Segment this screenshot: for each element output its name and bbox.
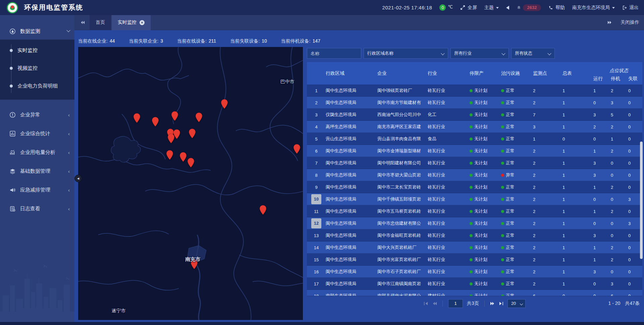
production-status-dot: [470, 89, 473, 92]
scrollbar-thumb[interactable]: [640, 142, 643, 259]
cell-lost-count: 0: [628, 269, 642, 274]
region-filter-select[interactable]: 行政区域名称: [364, 48, 448, 59]
cell-industry: 化工: [428, 112, 470, 118]
map-pin-icon[interactable]: [133, 113, 141, 124]
map-pin-icon[interactable]: [293, 144, 301, 155]
user-org-dropdown[interactable]: 南充市生态环境局: [572, 5, 615, 11]
cell-facility-status: 正常: [501, 245, 533, 251]
fullscreen-button[interactable]: 全屏: [460, 5, 477, 11]
tab-close-icon[interactable]: ×: [140, 20, 145, 25]
tabs-scroll-left-button[interactable]: [80, 20, 85, 24]
cell-industry: 砖瓦行业: [428, 148, 470, 154]
status-filter-select[interactable]: 所有状态: [511, 48, 555, 59]
table-row[interactable]: 6 阆中生态环境局 阆中市金博瑞新型墙材 砖瓦行业 无计划: [307, 145, 642, 157]
cell-industry: 砖瓦行业: [428, 245, 470, 251]
table-row[interactable]: 13 阆中生态环境局 阆中市金福旺页岩机砖 砖瓦行业 无计划: [307, 229, 642, 241]
last-page-button[interactable]: [499, 302, 503, 306]
cell-region: 阆中生态环境局: [326, 208, 377, 214]
map-collapse-toggle-button[interactable]: ◂: [74, 175, 82, 182]
production-status-label: 无计划: [474, 124, 487, 130]
table-row[interactable]: 8 阆中生态环境局 阆中市枣碧大梁山页岩 砖瓦行业 无计划: [307, 169, 642, 181]
tab-home[interactable]: 首页: [90, 15, 111, 30]
col-company: 企业: [377, 62, 428, 85]
production-status-label: 无计划: [474, 88, 487, 94]
map-panel[interactable]: 巴中市南充市遂宁市 ◂: [78, 47, 303, 320]
prev-page-icon: [432, 302, 437, 306]
sidebar-item-video-monitoring[interactable]: 视频监控: [0, 59, 74, 77]
map-pin-icon[interactable]: [187, 158, 195, 169]
close-operations-button[interactable]: 关闭操作: [621, 19, 639, 25]
volume-button[interactable]: [506, 6, 509, 10]
table-row[interactable]: 11 阆中生态环境局 阆中市五马桥页岩机砖 砖瓦行业 无计划: [307, 205, 642, 217]
table-row[interactable]: 2 阆中生态环境局 阆中市南方节能建材有 砖瓦行业 无计划: [307, 97, 642, 109]
sidebar-item-power-load-detail[interactable]: 企业电力负荷明细: [0, 77, 74, 95]
stat-offline-enterprises: 当前失联企业:3: [129, 38, 163, 44]
sidebar-item-emergency-reduction[interactable]: 应急减排管理 ‹: [0, 180, 74, 199]
facility-status-dot: [501, 138, 504, 141]
sidebar-item-log-view[interactable]: 日志查看 ‹: [0, 199, 74, 218]
notification-badge: 2632: [523, 4, 541, 11]
sidebar-item-label: 企业用电量分析: [20, 149, 68, 156]
production-status-label: 无计划: [474, 172, 487, 178]
sidebar-item-label: 企业异常: [20, 112, 68, 118]
cell-meter-count: 1: [562, 124, 593, 129]
notification-area[interactable]: 2632: [517, 4, 541, 11]
map-pin-icon[interactable]: [166, 150, 173, 161]
sidebar-item-realtime-monitoring[interactable]: 实时监控: [0, 42, 74, 59]
prev-page-button[interactable]: [432, 302, 437, 306]
logout-button[interactable]: 退出: [622, 5, 639, 11]
map-pin-icon[interactable]: [189, 128, 196, 140]
divider: [484, 301, 485, 307]
table-row[interactable]: 10 阆中生态环境局 阆中千佛镇五郎垭页岩 砖瓦行业 无计划: [307, 193, 642, 205]
cell-production-status: 无计划: [470, 293, 501, 296]
sidebar-item-power-analysis[interactable]: 企业用电量分析 ‹: [0, 143, 74, 162]
name-filter-input[interactable]: [307, 48, 361, 59]
table-row[interactable]: 15 阆中生态环境局 阆中市光富页岩机砖厂 砖瓦行业 无计划: [307, 254, 642, 266]
total-pages-label: 共3页: [467, 301, 479, 307]
next-page-button[interactable]: [490, 302, 495, 306]
sidebar-item-enterprise-statistics[interactable]: 企业综合统计 ‹: [0, 124, 74, 143]
map-pin-icon[interactable]: [191, 259, 198, 271]
cell-index: 16: [307, 269, 326, 274]
sidebar-item-data-monitoring[interactable]: 数据监测: [0, 23, 74, 40]
table-row[interactable]: 5 营山生态环境局 营山县润丰肉食品有限 食品 无计划: [307, 133, 642, 145]
map-pin-icon[interactable]: [221, 99, 228, 110]
tab-realtime-monitoring[interactable]: 实时监控 ×: [112, 15, 151, 30]
cell-monitor-count: 2: [533, 185, 562, 190]
table-row[interactable]: 16 阆中生态环境局 阆中市石子页岩机砖厂 砖瓦行业 无计划: [307, 266, 642, 278]
cell-region: 仪陇生态环境局: [326, 112, 377, 118]
col-meter: 总表: [562, 62, 593, 85]
map-pin-icon[interactable]: [180, 152, 187, 163]
page-number-input[interactable]: [448, 299, 463, 308]
facility-status-label: 正常: [506, 293, 515, 296]
table-row[interactable]: 7 阆中生态环境局 阆中明阳建材有限公司 砖瓦行业 无计划: [307, 157, 642, 169]
map-pin-icon[interactable]: [196, 112, 203, 124]
map-pin-icon[interactable]: [171, 111, 178, 122]
map-pin-icon[interactable]: [260, 205, 267, 216]
tabs-scroll-right-button[interactable]: [607, 20, 612, 24]
col-production: 停限产: [470, 62, 501, 85]
cell-meter-count: 1: [562, 281, 593, 286]
table-row[interactable]: 4 高坪生态环境局 南充市高坪区王家店建 砖瓦行业 无计划: [307, 121, 642, 133]
table-row[interactable]: 14 阆中生态环境局 阆中大兴页岩机砖厂 砖瓦行业 无计划: [307, 241, 642, 254]
map-pin-icon[interactable]: [152, 117, 159, 128]
table-row[interactable]: 18 南部生态环境局 南部县砚华水泥有限公 建材行业 无计划: [307, 290, 642, 296]
cell-halt-count: 0: [611, 161, 628, 166]
theme-dropdown[interactable]: 主题: [484, 5, 499, 11]
help-button[interactable]: 帮助: [548, 5, 565, 11]
map-pin-icon[interactable]: [168, 133, 175, 145]
page-size-select[interactable]: 20: [507, 299, 526, 308]
table-row[interactable]: 1 阆中生态环境局 阆中强锐页岩砖厂 砖瓦行业 无计划: [307, 85, 642, 97]
table-row[interactable]: 17 阆中生态环境局 阆中市江南镇阆南页岩 砖瓦行业 无计划: [307, 278, 642, 290]
table-row[interactable]: 3 仪陇生态环境局 西南油气田分公司川中 化工 无计划: [307, 109, 642, 121]
sidebar-item-enterprise-abnormal[interactable]: 企业异常 ‹: [0, 105, 74, 124]
table-row[interactable]: 9 阆中生态环境局 阆中市二龙长宝页岩砖 砖瓦行业 无计划: [307, 181, 642, 193]
industry-filter-select[interactable]: 所有行业: [450, 48, 509, 59]
first-page-button[interactable]: [424, 302, 428, 306]
row-number: 9: [313, 185, 320, 190]
table-row[interactable]: 12 阆中生态环境局 阆中市忠信建材有限公 砖瓦行业 无计划: [307, 217, 642, 229]
sidebar-item-basic-data[interactable]: 基础数据管理 ‹: [0, 162, 74, 180]
facility-status-label: 正常: [506, 136, 515, 142]
cell-region: 高坪生态环境局: [326, 124, 377, 130]
facility-status-label: 正常: [506, 148, 515, 154]
